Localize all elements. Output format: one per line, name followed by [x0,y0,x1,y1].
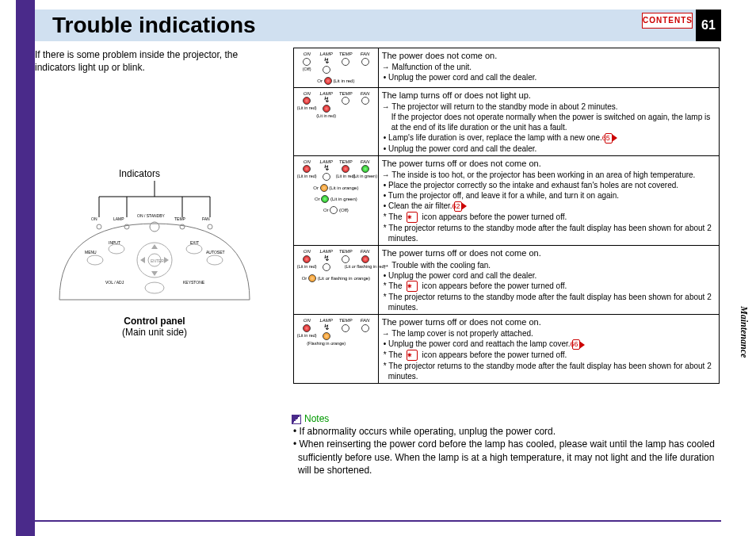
warning-icon: ✷ [407,350,418,361]
panel-caption: Control panel (Main unit side) [48,316,262,338]
indicator-cell: ON(Lit in red) LAMP↯ TEMP(Lit in red) FA… [294,155,379,246]
footer-rule [35,520,721,522]
svg-point-6 [97,224,101,229]
notes-item: When reinserting the power cord before t… [292,438,720,477]
desc-cell: The power turns off or does not come on.… [378,246,719,315]
notes-item: If abnormality occurs while operating, u… [292,425,720,438]
control-panel-figure: ON LAMP ON / STANDBY TEMP FAN ENTER MENU… [48,181,262,308]
table-row: ON(Lit in red) LAMP↯ TEMP(Lit in red) FA… [294,155,720,246]
page-title: Trouble indications [52,10,721,41]
svg-text:AUTOSET: AUTOSET [206,250,225,255]
indicator-cell: ON(Lit in red) LAMP↯ TEMP FAN(Lit or fla… [294,246,379,315]
arrow-right-icon [612,134,617,142]
label-on: ON [91,216,97,221]
svg-text:KEYSTONE: KEYSTONE [183,280,205,285]
control-panel-icon: ON LAMP ON / STANDBY TEMP FAN ENTER MENU… [52,181,258,308]
svg-text:VOL / ADJ: VOL / ADJ [105,280,124,285]
indicator-cell: ON(Lit in red) LAMP↯(Lit in red) TEMP FA… [294,87,379,155]
label-lamp: LAMP [113,216,124,221]
indicator-cell: ON(Off) LAMP↯ TEMP FAN Or (Lit in red) [294,48,379,88]
table-row: ON(Lit in red) LAMP↯(Flashing in orange)… [294,314,720,384]
label-temp: TEMP [174,216,186,221]
intro-text: If there is some problem inside the proj… [35,49,273,74]
arrow-right-icon [579,341,585,349]
warning-icon: ✷ [407,281,418,292]
svg-text:ENTER: ENTER [151,258,164,263]
section-tab: Maintenance [734,306,750,393]
panel-caption-sub: (Main unit side) [48,327,262,338]
trouble-table: ON(Off) LAMP↯ TEMP FAN Or (Lit in red) T… [293,48,720,384]
label-standby: ON / STANDBY [137,213,166,218]
accent-bar [16,0,35,536]
desc-cell: The lamp turns off or does not light up.… [378,87,719,155]
label-fan: FAN [202,216,210,221]
warning-icon: ✷ [407,212,418,223]
page-header: Trouble indications CONTENTS 61 [35,10,721,41]
desc-cell: The power turns off or does not come on.… [378,314,719,384]
contents-button[interactable]: CONTENTS [642,13,693,29]
table-row: ON(Lit in red) LAMP↯ TEMP FAN(Lit or fla… [294,246,720,315]
page: Trouble indications CONTENTS 61 If there… [0,0,756,536]
table-row: ON(Lit in red) LAMP↯(Lit in red) TEMP FA… [294,87,720,155]
table-row: ON(Off) LAMP↯ TEMP FAN Or (Lit in red) T… [294,48,720,88]
arrow-right-icon [461,202,467,210]
svg-text:MENU: MENU [85,250,97,255]
notes-header: Notes [292,412,720,425]
desc-cell: The power turns off or does not come on.… [378,155,719,246]
notes-section: Notes If abnormality occurs while operat… [292,412,720,477]
indicators-label: Indicators [119,168,160,179]
svg-point-10 [208,224,212,229]
desc-cell: The power does not come on. Malfunction … [378,48,719,88]
page-number: 61 [696,10,721,41]
panel-caption-bold: Control panel [48,316,262,327]
indicator-cell: ON(Lit in red) LAMP↯(Flashing in orange)… [294,314,379,384]
